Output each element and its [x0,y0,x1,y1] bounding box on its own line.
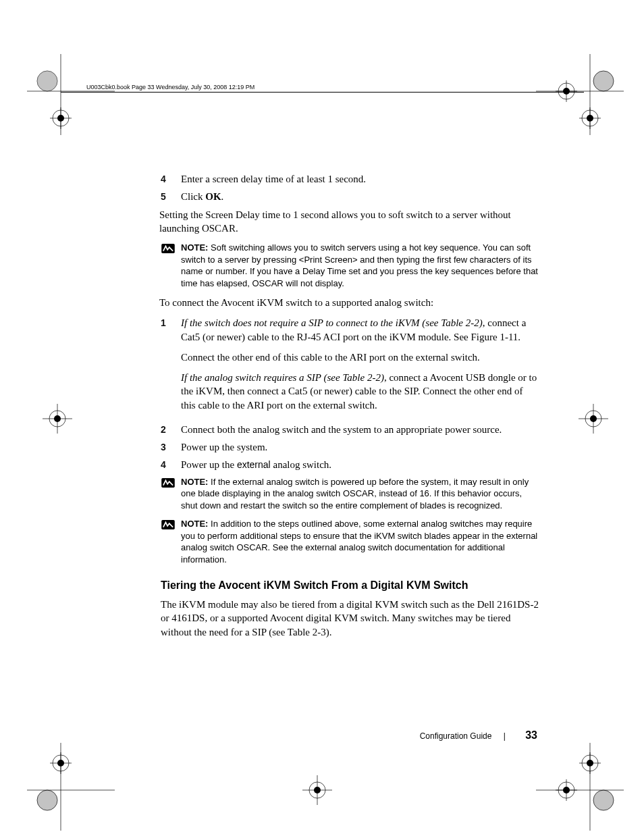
section-heading: Tiering the Avocent iKVM Switch From a D… [161,578,539,593]
note-block: NOTE: In addition to the steps outlined … [161,518,539,565]
crop-mark-bottom-center [297,770,338,810]
list-text: Enter a screen delay time of at least 1 … [181,172,539,186]
footer-separator: | [504,731,506,741]
list-number: 2 [161,423,181,436]
list-item: 2 Connect both the analog switch and the… [161,423,539,436]
list-number: 4 [161,172,181,186]
list-number: 1 [161,316,181,419]
svg-point-3 [37,71,57,91]
crop-mark-mid-left [37,398,78,439]
list-item: 4 Power up the external analog switch. [161,458,539,471]
note-text: NOTE: In addition to the steps outlined … [181,518,539,565]
note-icon [161,476,181,512]
note-block: NOTE: Soft switching allows you to switc… [161,242,539,289]
crop-mark-top-right [529,54,624,149]
paragraph: To connect the Avocent iKVM switch to a … [159,296,539,309]
list-item: 1 If the switch does not require a SIP t… [161,316,539,419]
crop-mark-bottom-left [27,736,122,831]
paragraph: Setting the Screen Delay time to 1 secon… [159,208,539,236]
note-text: NOTE: Soft switching allows you to switc… [181,242,539,289]
paragraph: The iKVM module may also be tiered from … [161,598,539,639]
list-text: Click OK. [181,190,539,203]
list-item: 4 Enter a screen delay time of at least … [161,172,539,186]
note-block: NOTE: If the external analog switch is p… [161,476,539,512]
note-icon [161,242,181,289]
list-text: Power up the external analog switch. [181,458,539,471]
crop-mark-bottom-right [529,736,624,831]
note-icon [161,518,181,565]
page-footer: Configuration Guide | 33 [420,729,537,741]
footer-title: Configuration Guide [420,731,492,741]
list-text: Connect both the analog switch and the s… [181,423,539,436]
list-number: 3 [161,440,181,454]
list-number: 4 [161,458,181,471]
note-text: NOTE: If the external analog switch is p… [181,476,539,512]
page-number: 33 [525,729,537,741]
list-item: 3 Power up the system. [161,440,539,454]
list-number: 5 [161,190,181,203]
crop-mark-mid-right [573,398,614,439]
list-item: 5 Click OK. [161,190,539,203]
page-header: U003Cbk0.book Page 33 Wednesday, July 30… [86,84,254,90]
list-text: If the switch does not require a SIP to … [181,316,539,419]
crop-mark-top-left [27,54,122,149]
list-text: Power up the system. [181,440,539,454]
page-content: 4 Enter a screen delay time of at least … [161,172,539,646]
